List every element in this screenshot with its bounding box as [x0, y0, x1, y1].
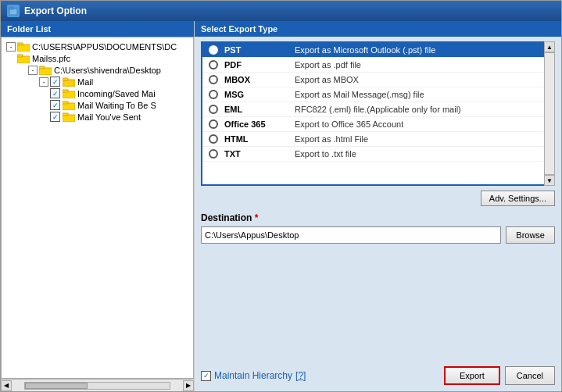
radio-pst[interactable]	[209, 45, 218, 55]
export-name-eml: EML	[224, 105, 295, 114]
scroll-thumb[interactable]	[25, 383, 88, 389]
svg-rect-3	[17, 43, 23, 45]
window-icon	[7, 5, 20, 17]
destination-asterisk: *	[252, 212, 258, 223]
radio-inner-pst	[212, 48, 216, 52]
folder-icon-mail	[63, 77, 75, 87]
checkbox-mail[interactable]: ✓	[50, 77, 60, 87]
radio-eml[interactable]	[209, 105, 218, 114]
expand-icon-root[interactable]: -	[6, 42, 16, 52]
checkbox-incoming[interactable]: ✓	[50, 88, 60, 98]
left-panel: Folder List - C:\USERS\APPUS\DOCUMENTS\D…	[1, 21, 195, 391]
browse-button[interactable]: Browse	[506, 226, 555, 244]
svg-rect-14	[63, 90, 68, 92]
export-item-msg[interactable]: MSG Export as Mail Message(.msg) file	[202, 87, 553, 102]
export-button[interactable]: Export	[444, 366, 500, 385]
vert-scrollbar[interactable]	[544, 52, 555, 175]
right-panel: Select Export Type PST Export as Microso…	[195, 21, 561, 391]
content-area: Folder List - C:\USERS\APPUS\DOCUMENTS\D…	[1, 21, 561, 391]
title-bar: Export Option	[1, 1, 561, 21]
export-name-office365: Office 365	[224, 119, 295, 129]
maintain-hierarchy-checkbox[interactable]: ✓	[201, 371, 211, 381]
folder-icon-waiting	[63, 100, 75, 110]
scroll-right-btn[interactable]: ▶	[183, 380, 194, 391]
radio-pdf[interactable]	[209, 60, 218, 69]
tree-item-mailss[interactable]: Mailss.pfc	[3, 52, 192, 64]
export-item-html[interactable]: HTML Export as .html File	[202, 132, 553, 147]
export-item-pdf[interactable]: PDF Export as .pdf file	[202, 58, 553, 73]
tree-item-sent[interactable]: ✓ Mail You've Sent	[3, 111, 192, 123]
radio-html[interactable]	[209, 134, 218, 144]
folder-tree[interactable]: - C:\USERS\APPUS\DOCUMENTS\DC	[1, 37, 194, 379]
destination-row: Browse	[201, 226, 555, 244]
horizontal-scrollbar[interactable]: ◀ ▶	[1, 379, 194, 391]
tree-label-mailss: Mailss.pfc	[32, 54, 70, 63]
tree-item-waiting[interactable]: ✓ Mail Waiting To Be S	[3, 99, 192, 111]
tree-label-mail: Mail	[77, 77, 93, 87]
bottom-buttons: Export Cancel	[444, 366, 555, 385]
export-desc-pst: Export as Microsoft Outlook (.pst) file	[295, 45, 435, 55]
scroll-left-btn[interactable]: ◀	[1, 380, 12, 391]
folder-icon-sent	[63, 112, 75, 122]
radio-office365[interactable]	[209, 119, 218, 129]
maintain-hierarchy-row[interactable]: ✓ Maintain Hierarchy [?]	[201, 370, 306, 381]
adv-settings-row: Adv. Settings...	[195, 186, 561, 209]
svg-rect-1	[9, 7, 13, 9]
export-item-mbox[interactable]: MBOX Export as MBOX	[202, 73, 553, 87]
tree-item-root[interactable]: - C:\USERS\APPUS\DOCUMENTS\DC	[3, 41, 192, 52]
export-item-txt[interactable]: TXT Export to .txt file	[202, 147, 553, 162]
adv-settings-button[interactable]: Adv. Settings...	[481, 191, 555, 206]
tree-label-shivendra: C:\Users\shivendra\Desktop	[54, 66, 161, 75]
tree-item-incoming[interactable]: ✓ Incoming/Saved Mai	[3, 87, 192, 99]
export-name-mbox: MBOX	[224, 75, 295, 84]
maintain-hierarchy-label: Maintain Hierarchy	[214, 370, 292, 381]
export-desc-office365: Export to Office 365 Account	[295, 119, 403, 129]
scroll-up-btn[interactable]: ▲	[544, 41, 555, 52]
export-desc-txt: Export to .txt file	[295, 149, 356, 159]
svg-rect-5	[17, 55, 23, 57]
cancel-button[interactable]: Cancel	[505, 366, 555, 385]
export-name-msg: MSG	[224, 90, 295, 99]
checkbox-waiting[interactable]: ✓	[50, 100, 60, 110]
export-item-pst[interactable]: PST Export as Microsoft Outlook (.pst) f…	[202, 43, 553, 58]
export-desc-msg: Export as Mail Message(.msg) file	[295, 90, 424, 99]
export-name-txt: TXT	[224, 149, 295, 159]
tree-item-shivendra[interactable]: - C:\Users\shivendra\Desktop	[3, 64, 192, 76]
svg-rect-16	[63, 102, 68, 104]
destination-input[interactable]	[201, 226, 501, 244]
export-list-wrapper: PST Export as Microsoft Outlook (.pst) f…	[201, 41, 555, 186]
folder-list-header: Folder List	[1, 21, 194, 37]
tree-label-incoming: Incoming/Saved Mai	[77, 89, 156, 98]
window-title: Export Option	[24, 5, 87, 16]
radio-txt[interactable]	[209, 149, 218, 159]
export-desc-pdf: Export as .pdf file	[295, 60, 361, 69]
export-item-office365[interactable]: Office 365 Export to Office 365 Account	[202, 117, 553, 132]
export-desc-mbox: Export as MBOX	[295, 75, 359, 84]
bottom-row: ✓ Maintain Hierarchy [?] Export Cancel	[195, 360, 561, 391]
help-link[interactable]: [?]	[295, 370, 306, 381]
scroll-down-btn[interactable]: ▼	[544, 175, 555, 186]
export-type-list[interactable]: PST Export as Microsoft Outlook (.pst) f…	[201, 41, 555, 186]
export-desc-html: Export as .html File	[295, 134, 368, 144]
folder-icon-shivendra	[39, 65, 52, 75]
destination-label: Destination *	[201, 212, 555, 223]
export-name-html: HTML	[224, 134, 295, 144]
tree-item-mail[interactable]: - ✓ Mail	[3, 76, 192, 87]
expand-icon-mail[interactable]: -	[39, 77, 48, 87]
export-item-eml[interactable]: EML RFC822 (.eml) file.(Applicable only …	[202, 102, 553, 117]
export-desc-eml: RFC822 (.eml) file.(Applicable only for …	[295, 105, 461, 114]
main-window: Export Option Folder List - C:\USERS\AP	[0, 0, 562, 392]
tree-label-root: C:\USERS\APPUS\DOCUMENTS\DC	[32, 42, 177, 52]
export-type-header: Select Export Type	[195, 21, 561, 37]
checkbox-sent[interactable]: ✓	[50, 112, 60, 122]
svg-rect-18	[63, 113, 68, 116]
tree-label-sent: Mail You've Sent	[77, 112, 141, 122]
folder-icon-mailss	[17, 53, 30, 63]
expand-icon-shivendra[interactable]: -	[28, 66, 38, 75]
export-name-pst: PST	[224, 45, 295, 55]
scroll-track[interactable]	[24, 382, 170, 390]
radio-mbox[interactable]	[209, 75, 218, 84]
svg-rect-7	[39, 66, 45, 69]
radio-msg[interactable]	[209, 90, 218, 99]
destination-section: Destination * Browse	[195, 209, 561, 247]
